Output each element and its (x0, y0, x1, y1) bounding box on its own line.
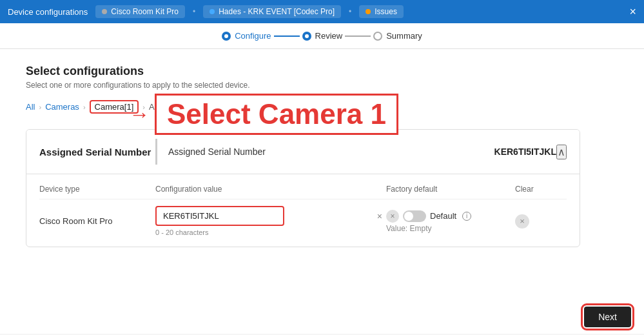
tab-device[interactable]: Cisco Room Kit Pro (95, 5, 185, 18)
step-summary-label: Summary (386, 31, 422, 41)
col-clear: Clear (515, 185, 567, 194)
breadcrumb: All › Cameras › Camera[1] › AssignedSeri… (26, 100, 618, 114)
config-card-body: Device type Configuration value Factory … (26, 174, 580, 247)
clear-cell: × (515, 214, 567, 228)
config-card-name: Assigned Serial Number (168, 147, 494, 157)
col-device-type: Device type (39, 185, 155, 194)
breadcrumb-cameras[interactable]: Cameras (45, 102, 79, 112)
app-title: Device configurations (8, 7, 88, 17)
toggle-label: Default (430, 211, 456, 221)
step-summary: Summary (373, 31, 422, 41)
top-bar: Device configurations Cisco Room Kit Pro… (0, 0, 644, 23)
tab-sep-1: • (193, 7, 195, 16)
next-button[interactable]: Next (584, 307, 631, 327)
config-card: Assigned Serial Number Assigned Serial N… (26, 129, 580, 247)
dot-issues-icon (366, 9, 371, 14)
breadcrumb-sep-2: › (83, 103, 86, 111)
clear-button[interactable]: × (515, 214, 529, 228)
bottom-bar: Next (571, 299, 644, 335)
step-summary-circle (373, 32, 382, 41)
step-line-2 (345, 36, 371, 37)
breadcrumb-sep-3: › (142, 103, 145, 111)
col-config-value: Configuration value (155, 185, 386, 194)
config-input-clear-button[interactable]: × (377, 212, 382, 221)
config-value-cell: × 0 - 20 characters (155, 206, 386, 236)
toggle-row: × Default i (386, 210, 515, 223)
section-subtitle: Select one or more configurations to app… (26, 81, 618, 90)
tab-issues[interactable]: Issues (359, 5, 404, 18)
col-factory-default: Factory default (386, 185, 515, 194)
factory-default-cell: × Default i Value: Empty (386, 210, 515, 233)
tab-device-label: Cisco Room Kit Pro (111, 7, 179, 16)
step-configure-circle (222, 32, 231, 41)
close-button[interactable]: × (629, 6, 636, 17)
table-row: Cisco Room Kit Pro × 0 - 20 characters ×… (39, 206, 567, 236)
tab-issues-label: Issues (375, 7, 397, 16)
collapse-button[interactable]: ∧ (556, 145, 567, 159)
tab-event[interactable]: Hades - KRK EVENT [Codec Pro] (203, 5, 341, 18)
progress-bar: Configure Review Summary (0, 23, 644, 49)
step-review-label: Review (315, 31, 343, 41)
info-icon[interactable]: i (462, 212, 471, 221)
toggle-info: Value: Empty (386, 224, 515, 233)
char-count: 0 - 20 characters (155, 228, 386, 236)
config-card-sidebar-title: Assigned Serial Number (39, 147, 155, 157)
toggle-x-icon[interactable]: × (386, 210, 399, 223)
config-card-header: Assigned Serial Number Assigned Serial N… (26, 130, 580, 174)
breadcrumb-assigned: AssignedSerialNumber (149, 102, 235, 112)
svg-point-0 (224, 34, 228, 38)
section-title: Select configurations (26, 65, 618, 78)
config-value-input[interactable] (155, 206, 284, 226)
dot-event-icon (210, 9, 215, 14)
breadcrumb-all[interactable]: All (26, 102, 35, 112)
step-line-1 (274, 36, 300, 37)
toggle-switch[interactable] (403, 210, 426, 222)
tab-event-label: Hades - KRK EVENT [Codec Pro] (219, 7, 335, 16)
device-type-cell: Cisco Room Kit Pro (39, 216, 155, 226)
config-input-wrap: × (155, 206, 386, 226)
breadcrumb-sep-1: › (39, 103, 41, 111)
top-bar-left: Device configurations Cisco Room Kit Pro… (8, 5, 404, 18)
config-card-value: KER6TI5ITJKL (494, 147, 556, 157)
tab-sep-2: • (349, 7, 351, 16)
step-configure-label: Configure (235, 31, 271, 41)
dot-device-icon (102, 9, 107, 14)
main-content: Select configurations Select one or more… (0, 49, 644, 334)
step-review: Review (302, 31, 343, 41)
config-table-header: Device type Configuration value Factory … (39, 182, 567, 199)
svg-point-1 (305, 34, 309, 38)
step-review-circle (302, 32, 311, 41)
breadcrumb-camera1[interactable]: Camera[1] (90, 100, 139, 114)
step-configure: Configure (222, 31, 271, 41)
